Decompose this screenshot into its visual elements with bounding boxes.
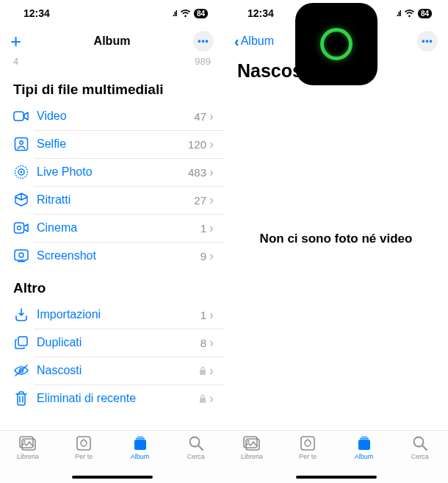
foryou-icon [298,435,317,451]
app-overlay [295,3,377,85]
svg-rect-8 [15,250,28,260]
tab-library[interactable]: Libreria [2,435,54,460]
tab-label: Libreria [241,453,263,460]
section-other: Altro [0,270,224,301]
row-count: 1 [200,309,206,321]
search-icon [411,435,430,451]
album-scroll[interactable]: 4 989 Tipi di file multimediali Video 47… [0,56,224,430]
row-label: Eliminati di recente [37,392,199,405]
more-button[interactable]: ••• [417,31,438,51]
chevron-right-icon: › [209,391,214,407]
svg-rect-14 [200,370,206,375]
home-indicator[interactable] [296,476,377,479]
tab-albums[interactable]: Album [339,435,390,460]
phone-right: 12:34 .ıl 84 ‹ Album ••• Nascosti Non ci… [224,0,448,483]
svg-point-7 [18,226,21,230]
library-icon [242,435,261,451]
row-recently-deleted[interactable]: Eliminati di recente › [0,384,224,412]
row-label: Selfie [37,137,188,151]
home-indicator[interactable] [72,476,153,479]
svg-rect-15 [200,398,206,403]
library-icon [18,435,37,451]
row-label: Importazioni [37,308,200,321]
tab-search[interactable]: Cerca [394,435,446,460]
row-count: 27 [194,194,206,207]
tab-label: Album [131,453,150,460]
row-video[interactable]: Video 47 › [0,102,224,130]
svg-point-2 [20,141,24,145]
tab-library[interactable]: Libreria [226,435,278,460]
screenshot-icon [13,248,29,264]
tab-label: Libreria [17,453,39,460]
empty-state-message: Non ci sono foto né video [224,232,448,246]
status-right: .ıl 84 [173,9,208,18]
svg-line-33 [422,446,427,450]
row-label: Nascosti [37,364,199,377]
albums-icon [131,435,150,451]
import-icon [13,307,29,323]
svg-rect-29 [358,440,370,450]
svg-rect-0 [14,112,24,121]
svg-rect-20 [134,440,146,450]
svg-rect-21 [136,438,145,440]
livephoto-icon [13,164,29,180]
back-button[interactable]: ‹ Album [234,34,274,49]
row-label: Cinema [37,221,200,235]
chevron-right-icon: › [209,307,214,323]
chevron-right-icon: › [209,363,214,379]
more-button[interactable]: ••• [193,31,214,51]
albums-icon [355,435,374,451]
chevron-right-icon: › [209,221,214,236]
row-screenshot[interactable]: Screenshot 9 › [0,242,224,270]
row-portraits[interactable]: Ritratti 27 › [0,186,224,214]
row-selfie[interactable]: Selfie 120 › [0,130,224,158]
tab-foryou[interactable]: Per te [282,435,333,460]
chevron-right-icon: › [209,137,214,152]
svg-point-9 [19,253,24,257]
svg-rect-10 [18,261,25,262]
svg-rect-30 [360,438,369,440]
media-types-list: Video 47 › Selfie 120 › Live Photo 483 › [0,102,224,270]
tab-label: Cerca [411,453,429,460]
row-count: 8 [200,337,206,349]
status-time: 12:34 [24,7,50,19]
svg-rect-6 [15,223,24,233]
row-imports[interactable]: Importazioni 1 › [0,301,224,329]
row-count: 47 [194,110,206,123]
eye-slash-icon [13,362,29,379]
tab-search[interactable]: Cerca [170,435,222,460]
cellular-icon: .ıl [173,9,177,18]
svg-rect-28 [301,437,314,450]
search-icon [187,435,206,451]
person-square-icon [13,136,29,152]
battery-icon: 84 [418,9,432,18]
add-button[interactable]: + [10,32,21,51]
cube-icon [13,192,29,208]
nav-title: Album [0,35,224,48]
chevron-right-icon: › [209,335,214,351]
tab-label: Per te [299,453,317,460]
chevron-left-icon: ‹ [234,34,239,49]
row-label: Screenshot [37,249,200,262]
row-hidden[interactable]: Nascosti › [0,357,224,384]
lock-icon [199,394,206,404]
row-duplicates[interactable]: Duplicati 8 › [0,329,224,357]
back-label: Album [241,35,274,48]
ring-icon [320,28,353,60]
cinema-icon [13,220,29,236]
tab-foryou[interactable]: Per te [58,435,109,460]
chevron-right-icon: › [209,109,214,124]
row-cinema[interactable]: Cinema 1 › [0,214,224,242]
row-label: Video [37,110,194,123]
lock-icon [199,366,206,376]
row-label: Ritratti [37,193,194,207]
row-label: Live Photo [37,165,188,179]
tab-albums[interactable]: Album [115,435,166,460]
other-list: Importazioni 1 › Duplicati 8 › Nascosti [0,301,224,412]
svg-point-27 [248,440,250,443]
wifi-icon [180,10,191,18]
row-count: 1 [200,222,206,235]
nav-bar: + Album ••• [0,26,224,56]
duplicate-icon [13,334,29,351]
row-livephoto[interactable]: Live Photo 483 › [0,158,224,186]
